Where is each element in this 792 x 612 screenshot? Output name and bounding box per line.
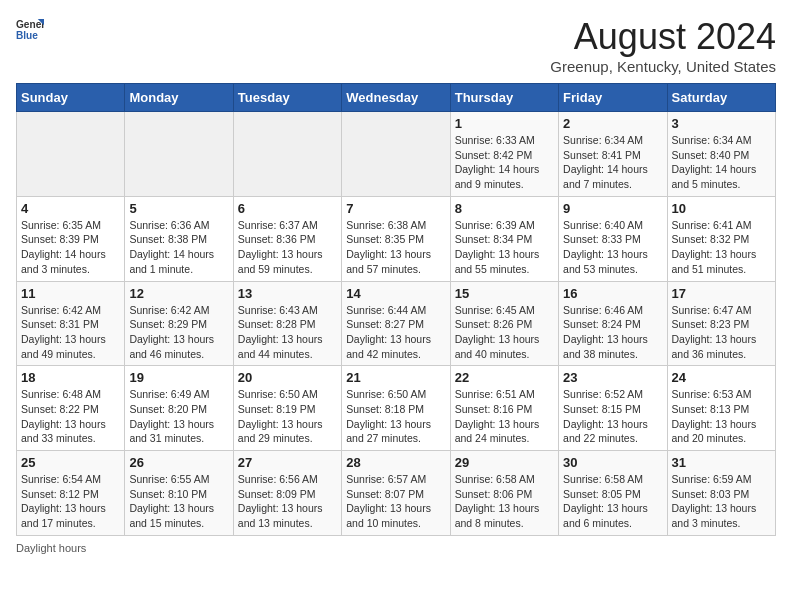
day-number: 23 [563, 370, 662, 385]
day-number: 27 [238, 455, 337, 470]
day-number: 29 [455, 455, 554, 470]
svg-text:Blue: Blue [16, 30, 38, 41]
calendar-table: SundayMondayTuesdayWednesdayThursdayFrid… [16, 83, 776, 536]
day-number: 14 [346, 286, 445, 301]
day-cell: 3Sunrise: 6:34 AMSunset: 8:40 PMDaylight… [667, 112, 775, 197]
day-cell: 29Sunrise: 6:58 AMSunset: 8:06 PMDayligh… [450, 451, 558, 536]
day-info: Sunrise: 6:58 AMSunset: 8:05 PMDaylight:… [563, 472, 662, 531]
day-info: Sunrise: 6:41 AMSunset: 8:32 PMDaylight:… [672, 218, 771, 277]
day-cell [233, 112, 341, 197]
logo: General Blue [16, 16, 44, 44]
day-number: 25 [21, 455, 120, 470]
day-number: 1 [455, 116, 554, 131]
logo-icon: General Blue [16, 16, 44, 44]
header-cell-wednesday: Wednesday [342, 84, 450, 112]
day-number: 24 [672, 370, 771, 385]
day-info: Sunrise: 6:33 AMSunset: 8:42 PMDaylight:… [455, 133, 554, 192]
day-cell: 28Sunrise: 6:57 AMSunset: 8:07 PMDayligh… [342, 451, 450, 536]
day-info: Sunrise: 6:58 AMSunset: 8:06 PMDaylight:… [455, 472, 554, 531]
day-cell: 14Sunrise: 6:44 AMSunset: 8:27 PMDayligh… [342, 281, 450, 366]
day-info: Sunrise: 6:37 AMSunset: 8:36 PMDaylight:… [238, 218, 337, 277]
day-info: Sunrise: 6:50 AMSunset: 8:18 PMDaylight:… [346, 387, 445, 446]
day-cell [342, 112, 450, 197]
day-number: 20 [238, 370, 337, 385]
day-info: Sunrise: 6:57 AMSunset: 8:07 PMDaylight:… [346, 472, 445, 531]
day-cell: 9Sunrise: 6:40 AMSunset: 8:33 PMDaylight… [559, 196, 667, 281]
day-cell: 6Sunrise: 6:37 AMSunset: 8:36 PMDaylight… [233, 196, 341, 281]
day-cell: 24Sunrise: 6:53 AMSunset: 8:13 PMDayligh… [667, 366, 775, 451]
day-cell [17, 112, 125, 197]
day-number: 15 [455, 286, 554, 301]
day-number: 28 [346, 455, 445, 470]
calendar-body: 1Sunrise: 6:33 AMSunset: 8:42 PMDaylight… [17, 112, 776, 536]
day-info: Sunrise: 6:54 AMSunset: 8:12 PMDaylight:… [21, 472, 120, 531]
day-cell: 26Sunrise: 6:55 AMSunset: 8:10 PMDayligh… [125, 451, 233, 536]
day-cell: 16Sunrise: 6:46 AMSunset: 8:24 PMDayligh… [559, 281, 667, 366]
day-info: Sunrise: 6:51 AMSunset: 8:16 PMDaylight:… [455, 387, 554, 446]
header-cell-monday: Monday [125, 84, 233, 112]
day-info: Sunrise: 6:40 AMSunset: 8:33 PMDaylight:… [563, 218, 662, 277]
day-cell: 25Sunrise: 6:54 AMSunset: 8:12 PMDayligh… [17, 451, 125, 536]
daylight-label: Daylight hours [16, 542, 86, 554]
header-cell-tuesday: Tuesday [233, 84, 341, 112]
day-number: 18 [21, 370, 120, 385]
day-cell: 19Sunrise: 6:49 AMSunset: 8:20 PMDayligh… [125, 366, 233, 451]
day-info: Sunrise: 6:52 AMSunset: 8:15 PMDaylight:… [563, 387, 662, 446]
day-number: 8 [455, 201, 554, 216]
day-cell: 30Sunrise: 6:58 AMSunset: 8:05 PMDayligh… [559, 451, 667, 536]
day-number: 3 [672, 116, 771, 131]
day-info: Sunrise: 6:53 AMSunset: 8:13 PMDaylight:… [672, 387, 771, 446]
day-cell: 5Sunrise: 6:36 AMSunset: 8:38 PMDaylight… [125, 196, 233, 281]
day-number: 21 [346, 370, 445, 385]
day-number: 4 [21, 201, 120, 216]
day-info: Sunrise: 6:47 AMSunset: 8:23 PMDaylight:… [672, 303, 771, 362]
day-cell: 1Sunrise: 6:33 AMSunset: 8:42 PMDaylight… [450, 112, 558, 197]
day-cell: 31Sunrise: 6:59 AMSunset: 8:03 PMDayligh… [667, 451, 775, 536]
day-number: 22 [455, 370, 554, 385]
day-info: Sunrise: 6:44 AMSunset: 8:27 PMDaylight:… [346, 303, 445, 362]
day-cell: 15Sunrise: 6:45 AMSunset: 8:26 PMDayligh… [450, 281, 558, 366]
day-cell: 7Sunrise: 6:38 AMSunset: 8:35 PMDaylight… [342, 196, 450, 281]
day-number: 6 [238, 201, 337, 216]
day-info: Sunrise: 6:59 AMSunset: 8:03 PMDaylight:… [672, 472, 771, 531]
day-cell: 4Sunrise: 6:35 AMSunset: 8:39 PMDaylight… [17, 196, 125, 281]
calendar-header: SundayMondayTuesdayWednesdayThursdayFrid… [17, 84, 776, 112]
day-info: Sunrise: 6:45 AMSunset: 8:26 PMDaylight:… [455, 303, 554, 362]
title-block: August 2024 Greenup, Kentucky, United St… [550, 16, 776, 75]
day-info: Sunrise: 6:48 AMSunset: 8:22 PMDaylight:… [21, 387, 120, 446]
header-row: SundayMondayTuesdayWednesdayThursdayFrid… [17, 84, 776, 112]
day-info: Sunrise: 6:34 AMSunset: 8:40 PMDaylight:… [672, 133, 771, 192]
day-info: Sunrise: 6:34 AMSunset: 8:41 PMDaylight:… [563, 133, 662, 192]
day-number: 16 [563, 286, 662, 301]
day-cell: 27Sunrise: 6:56 AMSunset: 8:09 PMDayligh… [233, 451, 341, 536]
day-info: Sunrise: 6:43 AMSunset: 8:28 PMDaylight:… [238, 303, 337, 362]
day-info: Sunrise: 6:42 AMSunset: 8:31 PMDaylight:… [21, 303, 120, 362]
day-cell: 13Sunrise: 6:43 AMSunset: 8:28 PMDayligh… [233, 281, 341, 366]
day-number: 7 [346, 201, 445, 216]
day-info: Sunrise: 6:38 AMSunset: 8:35 PMDaylight:… [346, 218, 445, 277]
day-cell [125, 112, 233, 197]
day-number: 26 [129, 455, 228, 470]
week-row-1: 1Sunrise: 6:33 AMSunset: 8:42 PMDaylight… [17, 112, 776, 197]
day-cell: 8Sunrise: 6:39 AMSunset: 8:34 PMDaylight… [450, 196, 558, 281]
day-info: Sunrise: 6:35 AMSunset: 8:39 PMDaylight:… [21, 218, 120, 277]
day-info: Sunrise: 6:42 AMSunset: 8:29 PMDaylight:… [129, 303, 228, 362]
day-cell: 11Sunrise: 6:42 AMSunset: 8:31 PMDayligh… [17, 281, 125, 366]
day-number: 17 [672, 286, 771, 301]
day-cell: 17Sunrise: 6:47 AMSunset: 8:23 PMDayligh… [667, 281, 775, 366]
day-number: 30 [563, 455, 662, 470]
day-cell: 18Sunrise: 6:48 AMSunset: 8:22 PMDayligh… [17, 366, 125, 451]
day-info: Sunrise: 6:46 AMSunset: 8:24 PMDaylight:… [563, 303, 662, 362]
day-number: 19 [129, 370, 228, 385]
day-info: Sunrise: 6:55 AMSunset: 8:10 PMDaylight:… [129, 472, 228, 531]
day-cell: 2Sunrise: 6:34 AMSunset: 8:41 PMDaylight… [559, 112, 667, 197]
header: General Blue August 2024 Greenup, Kentuc… [16, 16, 776, 75]
day-number: 13 [238, 286, 337, 301]
header-cell-friday: Friday [559, 84, 667, 112]
day-number: 10 [672, 201, 771, 216]
week-row-5: 25Sunrise: 6:54 AMSunset: 8:12 PMDayligh… [17, 451, 776, 536]
day-number: 2 [563, 116, 662, 131]
day-cell: 23Sunrise: 6:52 AMSunset: 8:15 PMDayligh… [559, 366, 667, 451]
header-cell-saturday: Saturday [667, 84, 775, 112]
day-cell: 12Sunrise: 6:42 AMSunset: 8:29 PMDayligh… [125, 281, 233, 366]
